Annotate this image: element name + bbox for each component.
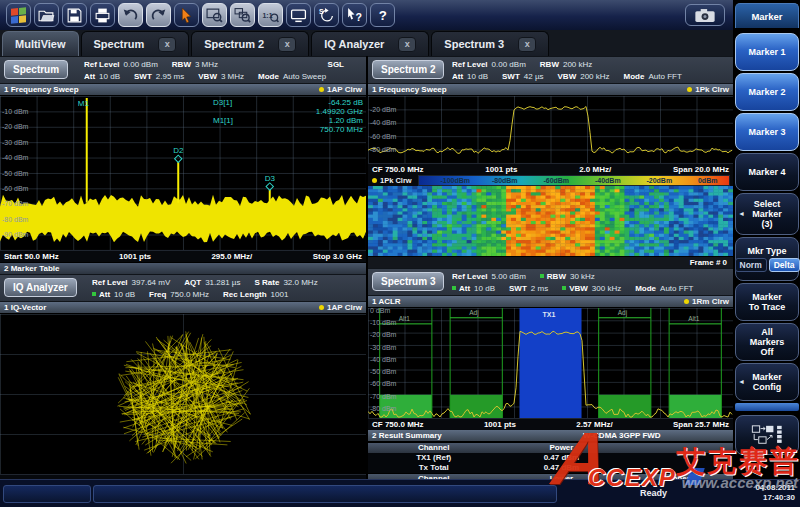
window-iq-analyzer: IQ Analyzer Ref Level397.64 mVAQT31.281 … <box>0 274 366 489</box>
tab-spectrum[interactable]: Spectrumx <box>81 31 190 56</box>
tab-close-icon[interactable]: x <box>398 37 416 52</box>
y-axis-label: -60 dBm <box>370 380 396 387</box>
setting-vbw[interactable]: VBW3 MHz <box>198 72 244 81</box>
softkey-marker-1[interactable]: Marker 1 <box>735 33 799 71</box>
setting-value: 2.95 ms <box>156 72 184 81</box>
setting-freq[interactable]: Freq750.0 MHz <box>149 290 209 299</box>
setting-swt[interactable]: SWT2.95 ms <box>134 72 184 81</box>
save-button[interactable] <box>62 3 87 27</box>
svg-text:Alt1: Alt1 <box>688 315 700 322</box>
sweep-refresh-button[interactable]: S <box>314 3 339 27</box>
y-axis-label: -10 dBm <box>2 108 28 115</box>
spectrum1-app-button[interactable]: Spectrum <box>4 60 68 79</box>
softkey-marker-to-trace[interactable]: Marker To Trace <box>735 283 799 321</box>
tab-close-icon[interactable]: x <box>518 37 536 52</box>
iq-header: IQ Analyzer Ref Level397.64 mVAQT31.281 … <box>0 274 366 302</box>
setting-ref-level[interactable]: Ref Level0.00 dBm <box>452 60 526 69</box>
setting-aqt[interactable]: AQT31.281 µs <box>184 278 240 287</box>
zoom-1to1-button[interactable]: 1:1 <box>258 3 283 27</box>
aclr-plot[interactable]: 0 dBm-10 dBm-20 dBm-30 dBm-40 dBm-50 dBm… <box>368 308 733 418</box>
camera-icon <box>694 8 716 23</box>
setting-rbw[interactable]: RBW30 kHz <box>540 272 595 281</box>
help-icon: ? <box>374 7 391 24</box>
spectrum3-app-button[interactable]: Spectrum 3 <box>372 272 444 291</box>
setting-rbw[interactable]: RBW3 MHz <box>172 60 218 69</box>
zoom-display-button[interactable] <box>202 3 227 27</box>
submenu-arrow-icon: ◄ <box>738 209 745 219</box>
tab-close-icon[interactable]: x <box>158 37 176 52</box>
svg-text:D2: D2 <box>173 146 184 155</box>
setting-vbw[interactable]: VBW200 kHz <box>558 72 610 81</box>
spectrum2-plot[interactable]: -20 dBm-40 dBm-60 dBm-80 dBm <box>368 96 733 163</box>
window-spectrum3: Spectrum 3 Ref Level5.00 dBmRBW30 kHzAtt… <box>368 268 733 504</box>
mkr-type-option-norm[interactable]: Norm <box>735 258 767 272</box>
setting-swt[interactable]: SWT2 ms <box>509 284 548 293</box>
setting-att[interactable]: Att10 dB <box>452 284 495 293</box>
select-pointer-button[interactable] <box>174 3 199 27</box>
setting-mode[interactable]: ModeAuto Sweep <box>258 72 326 81</box>
iq-app-button[interactable]: IQ Analyzer <box>4 278 77 297</box>
tab-label: Spectrum <box>94 38 145 50</box>
tab-spectrum-3[interactable]: Spectrum 3x <box>431 31 549 56</box>
windows-logo-button[interactable] <box>6 3 31 27</box>
print-button[interactable] <box>90 3 115 27</box>
setting-rec-length[interactable]: Rec Length1001 <box>223 290 288 299</box>
ready-status: Ready <box>640 488 667 498</box>
softkey-marker-4[interactable]: Marker 4 <box>735 153 799 191</box>
softkey-marker-3[interactable]: Marker 3 <box>735 113 799 151</box>
summary-header-cell: Channel <box>368 444 499 452</box>
standard-label: W-CDMA 3GPP FWD <box>511 431 733 440</box>
setting-rbw[interactable]: RBW200 kHz <box>540 60 592 69</box>
points-label: 1001 pts <box>485 165 517 174</box>
mkr-type-option-delta[interactable]: Delta <box>769 258 800 272</box>
open-file-button[interactable] <box>34 3 59 27</box>
time-label: 17:40:30 <box>755 493 795 503</box>
iq-vector-plot[interactable] <box>0 314 366 474</box>
setting-ref-level[interactable]: Ref Level5.00 dBm <box>452 272 526 281</box>
spectrum2-header: Spectrum 2 Ref Level0.00 dBmRBW200 kHzAt… <box>368 56 733 84</box>
setting-mode[interactable]: ModeAuto FFT <box>635 284 693 293</box>
tab-close-icon[interactable]: x <box>278 37 296 52</box>
datetime: 04.08.2011 17:40:30 <box>755 483 795 503</box>
marker-table-bar[interactable]: 2 Marker Table <box>0 262 366 274</box>
spectrum1-plot[interactable]: -10 dBm-20 dBm-30 dBm-40 dBm-50 dBm-60 d… <box>0 96 366 250</box>
y-axis-label: -80 dBm <box>2 216 28 223</box>
result-summary-title: 2 Result Summary <box>368 431 511 440</box>
display-button[interactable] <box>286 3 311 27</box>
softkey-all-markers-off[interactable]: All Markers Off <box>735 323 799 361</box>
tab-spectrum-2[interactable]: Spectrum 2x <box>191 31 309 56</box>
setting-sgl[interactable]: SGL <box>328 60 348 69</box>
spectrogram[interactable] <box>368 186 733 256</box>
screenshot-camera-button[interactable] <box>685 4 725 26</box>
setting-att[interactable]: Att10 dB <box>84 72 120 81</box>
setting-att[interactable]: Att10 dB <box>452 72 488 81</box>
help-pointer-button[interactable]: ? <box>342 3 367 27</box>
softkey-select-marker-3[interactable]: Select Marker (3)◄ <box>735 193 799 235</box>
tab-multiview[interactable]: MultiView <box>2 31 79 56</box>
help-button[interactable]: ? <box>370 3 395 27</box>
trace-legend: 1AP Clrw <box>319 85 362 94</box>
softkey-smartgrid-layout[interactable] <box>735 415 799 455</box>
undo-button[interactable] <box>118 3 143 27</box>
window-title: 1 ACLR <box>372 297 401 306</box>
redo-button[interactable] <box>146 3 171 27</box>
summary-cell <box>623 464 733 472</box>
setting-swt[interactable]: SWT42 µs <box>502 72 544 81</box>
y-axis-label: -60 dBm <box>370 133 396 140</box>
spectrum2-app-button[interactable]: Spectrum 2 <box>372 60 444 79</box>
setting-ref-level[interactable]: Ref Level397.64 mV <box>92 278 170 287</box>
softkey-marker-config[interactable]: Marker Config◄ <box>735 363 799 401</box>
status-dot-icon <box>452 286 456 290</box>
setting-s-rate[interactable]: S Rate32.0 MHz <box>254 278 317 287</box>
setting-att[interactable]: Att10 dB <box>92 290 135 299</box>
marker-name: M1[1] <box>213 116 233 125</box>
tab-iq-analyzer[interactable]: IQ Analyzerx <box>311 31 429 56</box>
setting-mode[interactable]: ModeAuto FFT <box>624 72 682 81</box>
setting-vbw[interactable]: VBW300 kHz <box>562 284 621 293</box>
setting-ref-level[interactable]: Ref Level0.00 dBm <box>84 60 158 69</box>
zoom-multi-button[interactable] <box>230 3 255 27</box>
svg-text:D3: D3 <box>265 174 276 183</box>
softkey-mkr-type[interactable]: Mkr TypeNormDelta <box>735 237 799 281</box>
softkey-marker-2[interactable]: Marker 2 <box>735 73 799 111</box>
svg-text:Adj: Adj <box>469 309 478 317</box>
